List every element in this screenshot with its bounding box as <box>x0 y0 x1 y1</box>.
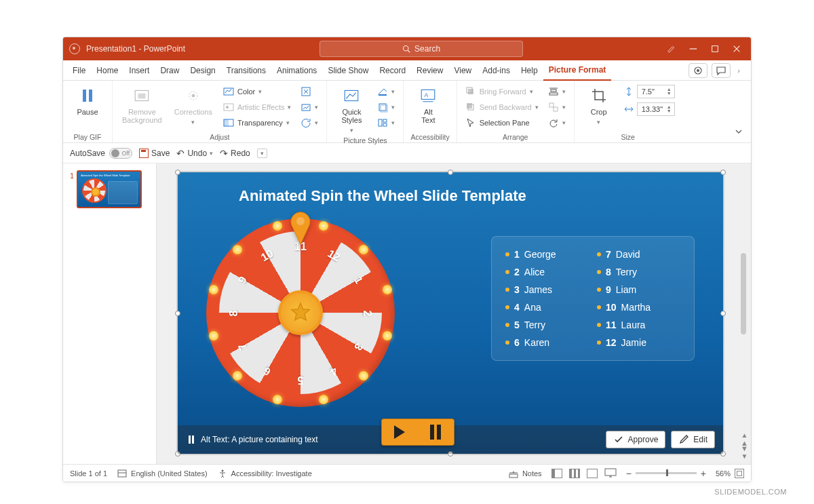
tab-animations[interactable]: Animations <box>271 60 322 80</box>
picture-border-button[interactable]: ▾ <box>376 85 396 98</box>
tab-design[interactable]: Design <box>185 60 220 80</box>
picture-effects-button[interactable]: ▾ <box>376 100 396 114</box>
redo-button[interactable]: ↷Redo <box>220 148 250 159</box>
wheel-bulb-icon <box>273 221 282 231</box>
qat-customize[interactable]: ▾ <box>257 149 267 158</box>
color-button[interactable]: Color▾ <box>222 85 292 98</box>
tab-slide-show[interactable]: Slide Show <box>322 60 374 80</box>
tab-file[interactable]: File <box>67 60 91 80</box>
pause-icon <box>430 425 441 440</box>
transparency-button[interactable]: Transparency▾ <box>222 116 292 130</box>
name-number: 2 <box>514 267 520 277</box>
name-text: Laura <box>621 319 646 330</box>
undo-button[interactable]: ↶Undo▾ <box>176 148 213 159</box>
height-input[interactable]: 7.5"▲▼ <box>623 85 675 98</box>
selection-handle[interactable] <box>175 170 180 175</box>
reading-view-button[interactable] <box>587 469 598 478</box>
group-objects-button[interactable]: ▾ <box>547 100 567 114</box>
change-picture-button[interactable]: ▾ <box>299 100 319 114</box>
quick-styles-button[interactable]: Quick Styles ▾ <box>334 85 369 135</box>
notes-button[interactable]: Notes <box>508 468 542 479</box>
close-button[interactable] <box>732 44 741 54</box>
name-number: 9 <box>606 284 611 295</box>
corrections-button[interactable]: Corrections ▾ <box>172 85 215 127</box>
bullet-icon <box>505 341 509 345</box>
tab-addins[interactable]: Add-ins <box>477 60 516 80</box>
remove-background-button[interactable]: Remove Background <box>119 85 165 125</box>
slide-thumbnail-1[interactable]: Animated Spin the Wheel Slide Template <box>77 170 142 208</box>
draw-mode-icon[interactable] <box>667 44 676 54</box>
alt-text-button[interactable]: A Alt Text <box>410 85 446 125</box>
tab-draw[interactable]: Draw <box>155 60 185 80</box>
tab-home[interactable]: Home <box>91 60 123 80</box>
tab-help[interactable]: Help <box>516 60 543 80</box>
selection-handle[interactable] <box>448 170 453 175</box>
wheel-bulb-icon <box>383 331 392 341</box>
bring-forward-button[interactable]: Bring Forward▾ <box>464 85 540 98</box>
tab-picture-format[interactable]: Picture Format <box>543 61 612 81</box>
wheel-number: 1 <box>349 270 368 290</box>
wheel-number: 2 <box>361 305 373 322</box>
svg-rect-31 <box>468 89 473 94</box>
window-title: Presentation1 - PowerPoint <box>86 44 185 54</box>
rotate-button[interactable]: ▾ <box>547 116 567 130</box>
approve-button[interactable]: Approve <box>606 431 666 448</box>
compress-pictures-button[interactable] <box>299 85 319 98</box>
gif-play-control[interactable] <box>381 419 454 446</box>
wheel-bulb-icon <box>319 221 328 231</box>
name-row: 2Alice <box>505 267 589 277</box>
align-button[interactable]: ▾ <box>547 85 567 98</box>
slide-sorter-button[interactable] <box>569 469 580 478</box>
zoom-in-button[interactable]: + <box>701 468 706 479</box>
tab-insert[interactable]: Insert <box>123 60 155 80</box>
save-button[interactable]: Save <box>139 149 170 158</box>
name-row: 1George <box>505 249 589 260</box>
tab-review[interactable]: Review <box>411 60 448 80</box>
app-window: Presentation1 - PowerPoint Search File H… <box>62 37 752 482</box>
crop-button[interactable]: Crop ▾ <box>581 85 617 127</box>
slide-editor[interactable]: Animated Spin the Wheel Slide Template 1… <box>157 163 751 464</box>
language-button[interactable]: English (United States) <box>117 468 208 479</box>
quick-access-toolbar: AutoSave Off Save ↶Undo▾ ↷Redo ▾ <box>63 143 751 163</box>
slide-canvas[interactable]: Animated Spin the Wheel Slide Template 1… <box>177 172 724 454</box>
fit-to-window-button[interactable] <box>735 469 744 478</box>
comments-button[interactable] <box>712 63 731 78</box>
wheel-number: 7 <box>233 336 252 357</box>
search-box[interactable]: Search <box>319 41 523 57</box>
wheel-bulb-icon <box>273 395 282 404</box>
autosave-toggle[interactable]: Off <box>109 148 132 159</box>
zoom-out-button[interactable]: − <box>626 468 632 479</box>
edit-button[interactable]: Edit <box>671 431 715 448</box>
zoom-percent[interactable]: 56% <box>710 469 731 478</box>
vertical-scrollbar[interactable] <box>739 172 748 437</box>
minimize-button[interactable] <box>689 44 698 54</box>
selection-handle[interactable] <box>175 311 180 316</box>
name-text: Terry <box>616 267 637 277</box>
tab-record[interactable]: Record <box>374 60 411 80</box>
slide-counter[interactable]: Slide 1 of 1 <box>70 469 107 478</box>
pause-gif-button[interactable]: Pause <box>70 85 105 117</box>
width-input[interactable]: 13.33"▲▼ <box>623 102 675 116</box>
send-backward-button[interactable]: Send Backward▾ <box>464 100 540 114</box>
slide-nav-arrows[interactable]: ▲▲▼▼ <box>741 431 748 460</box>
reset-picture-button[interactable]: ▾ <box>299 116 319 130</box>
selection-handle[interactable] <box>720 311 726 316</box>
maximize-button[interactable] <box>710 44 720 54</box>
selection-handle[interactable] <box>720 170 726 175</box>
picture-layout-button[interactable]: ▾ <box>376 116 396 130</box>
slideshow-view-button[interactable] <box>604 467 617 480</box>
zoom-slider[interactable] <box>636 472 697 474</box>
ribbon-overflow[interactable]: › <box>735 66 743 75</box>
thumbnail-panel[interactable]: 1 Animated Spin the Wheel Slide Template <box>63 163 157 464</box>
name-row: 9Liam <box>597 284 680 295</box>
collapse-ribbon-button[interactable] <box>733 126 744 137</box>
tab-view[interactable]: View <box>448 60 477 80</box>
group-size: Crop ▾ 7.5"▲▼ 13.33"▲▼ Size <box>575 81 682 142</box>
tab-transitions[interactable]: Transitions <box>221 60 271 80</box>
camera-button[interactable] <box>689 63 708 78</box>
svg-rect-33 <box>467 103 472 109</box>
accessibility-status-button[interactable]: Accessibility: Investigate <box>217 468 312 479</box>
artistic-effects-button[interactable]: Artistic Effects▾ <box>222 100 292 114</box>
selection-pane-button[interactable]: Selection Pane <box>464 116 540 130</box>
normal-view-button[interactable] <box>551 469 562 478</box>
